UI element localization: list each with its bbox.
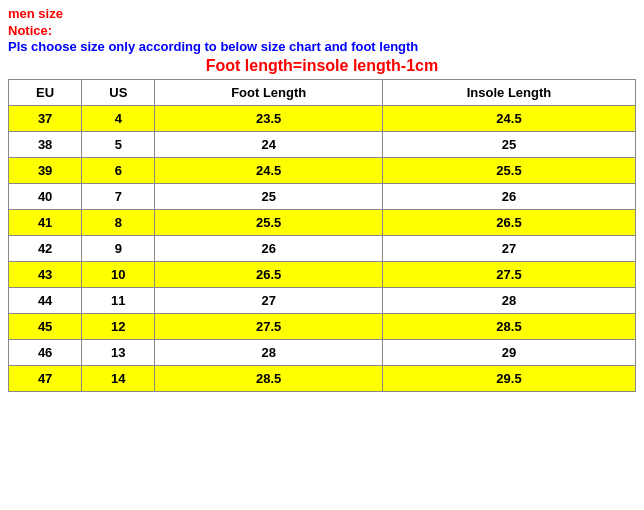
cell-us: 13: [82, 340, 155, 366]
cell-insole: 28: [382, 288, 635, 314]
main-container: men size Notice: Pls choose size only ac…: [0, 0, 644, 396]
cell-us: 8: [82, 210, 155, 236]
title: men size: [8, 6, 636, 21]
cell-eu: 43: [9, 262, 82, 288]
size-chart: EU US Foot Length Insole Length 37423.52…: [8, 79, 636, 392]
notice: Notice:: [8, 23, 636, 38]
cell-foot: 23.5: [155, 106, 383, 132]
cell-us: 12: [82, 314, 155, 340]
cell-foot: 28: [155, 340, 383, 366]
cell-insole: 29.5: [382, 366, 635, 392]
cell-insole: 25: [382, 132, 635, 158]
cell-eu: 42: [9, 236, 82, 262]
cell-foot: 27.5: [155, 314, 383, 340]
col-us: US: [82, 80, 155, 106]
cell-foot: 26.5: [155, 262, 383, 288]
cell-us: 4: [82, 106, 155, 132]
cell-us: 9: [82, 236, 155, 262]
cell-eu: 46: [9, 340, 82, 366]
table-row: 3852425: [9, 132, 636, 158]
table-row: 451227.528.5: [9, 314, 636, 340]
cell-insole: 26: [382, 184, 635, 210]
table-header-row: EU US Foot Length Insole Length: [9, 80, 636, 106]
table-row: 471428.529.5: [9, 366, 636, 392]
table-row: 39624.525.5: [9, 158, 636, 184]
cell-foot: 26: [155, 236, 383, 262]
cell-foot: 28.5: [155, 366, 383, 392]
cell-insole: 28.5: [382, 314, 635, 340]
cell-us: 6: [82, 158, 155, 184]
table-row: 44112728: [9, 288, 636, 314]
cell-eu: 39: [9, 158, 82, 184]
cell-eu: 41: [9, 210, 82, 236]
cell-us: 5: [82, 132, 155, 158]
table-row: 41825.526.5: [9, 210, 636, 236]
table-row: 46132829: [9, 340, 636, 366]
cell-insole: 24.5: [382, 106, 635, 132]
cell-eu: 40: [9, 184, 82, 210]
col-eu: EU: [9, 80, 82, 106]
cell-us: 11: [82, 288, 155, 314]
cell-foot: 25.5: [155, 210, 383, 236]
instruction: Pls choose size only according to below …: [8, 39, 636, 54]
cell-insole: 27: [382, 236, 635, 262]
cell-eu: 45: [9, 314, 82, 340]
cell-insole: 27.5: [382, 262, 635, 288]
table-row: 4072526: [9, 184, 636, 210]
table-row: 431026.527.5: [9, 262, 636, 288]
cell-eu: 47: [9, 366, 82, 392]
cell-eu: 37: [9, 106, 82, 132]
cell-eu: 38: [9, 132, 82, 158]
table-row: 4292627: [9, 236, 636, 262]
cell-foot: 24: [155, 132, 383, 158]
cell-foot: 27: [155, 288, 383, 314]
cell-eu: 44: [9, 288, 82, 314]
cell-us: 10: [82, 262, 155, 288]
cell-foot: 25: [155, 184, 383, 210]
col-insole: Insole Length: [382, 80, 635, 106]
cell-insole: 25.5: [382, 158, 635, 184]
cell-insole: 29: [382, 340, 635, 366]
cell-foot: 24.5: [155, 158, 383, 184]
table-row: 37423.524.5: [9, 106, 636, 132]
formula: Foot length=insole length-1cm: [8, 57, 636, 75]
cell-insole: 26.5: [382, 210, 635, 236]
cell-us: 7: [82, 184, 155, 210]
cell-us: 14: [82, 366, 155, 392]
col-foot: Foot Length: [155, 80, 383, 106]
